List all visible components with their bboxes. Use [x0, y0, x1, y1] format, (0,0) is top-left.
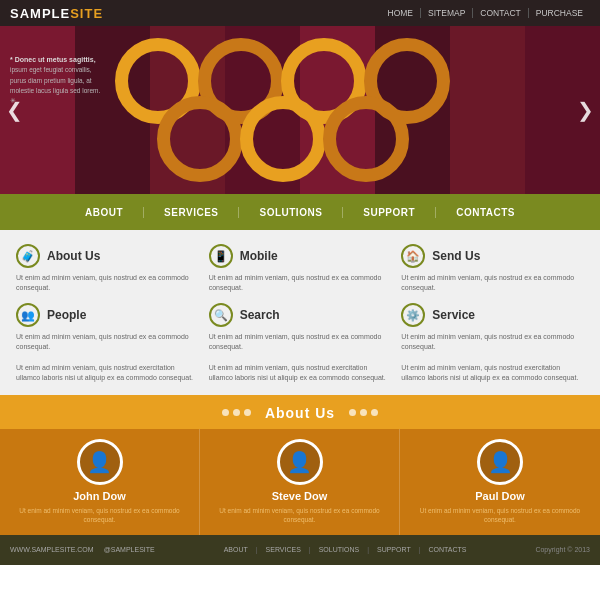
paul-name: Paul Dow — [475, 490, 525, 502]
about-dots-right — [349, 409, 378, 416]
footer-nav: ABOUT | SERVICES | SOLUTIONS | SUPPORT |… — [224, 546, 467, 553]
hero-text: * Donec ut metus sagittis, ipsum eget fe… — [10, 54, 105, 107]
feature-about-us-header: 🧳 About Us — [16, 244, 199, 268]
about-us-header-row: About Us — [0, 395, 600, 429]
john-text: Ut enim ad minim veniam, quis nostrud ex… — [8, 506, 191, 525]
feature-mobile-header: 📱 Mobile — [209, 244, 392, 268]
footer-social[interactable]: @SAMPLESITE — [104, 546, 155, 553]
about-us-section: About Us 👤 John Dow Ut enim ad minim ven… — [0, 395, 600, 535]
logo-prefix: SAMPLE — [10, 6, 70, 21]
top-nav: HOME SITEMAP CONTACT PURCHASE — [381, 8, 591, 18]
feature-people: 👥 People Ut enim ad minim veniam, quis n… — [16, 303, 199, 383]
features-section: 🧳 About Us Ut enim ad minim veniam, quis… — [0, 230, 600, 395]
footer-nav-solutions[interactable]: SOLUTIONS — [319, 546, 359, 553]
feature-send-us-header: 🏠 Send Us — [401, 244, 584, 268]
feature-search: 🔍 Search Ut enim ad minim veniam, quis n… — [209, 303, 392, 383]
people-title: People — [47, 308, 86, 322]
footer-nav-sep4: | — [419, 546, 421, 553]
top-nav-home[interactable]: HOME — [381, 8, 422, 18]
footer-nav-contacts[interactable]: CONTACTS — [429, 546, 467, 553]
circle-5 — [157, 96, 243, 182]
feature-mobile: 📱 Mobile Ut enim ad minim veniam, quis n… — [209, 244, 392, 293]
nav-item-solutions[interactable]: SOLUTIONS — [239, 207, 343, 218]
feature-search-header: 🔍 Search — [209, 303, 392, 327]
feature-service: ⚙️ Service Ut enim ad minim veniam, quis… — [401, 303, 584, 383]
footer-copyright: Copyright © 2013 — [535, 546, 590, 553]
hero-circles — [100, 34, 470, 194]
about-us-section-title: About Us — [265, 405, 335, 421]
footer-left: WWW.SAMPLESITE.COM @SAMPLESITE — [10, 546, 155, 553]
footer-nav-support[interactable]: SUPPORT — [377, 546, 411, 553]
circle-7 — [323, 96, 409, 182]
dot-3 — [244, 409, 251, 416]
circle-6 — [240, 96, 326, 182]
people-text: Ut enim ad minim veniam, quis nostrud ex… — [16, 332, 199, 383]
send-us-icon: 🏠 — [401, 244, 425, 268]
footer: WWW.SAMPLESITE.COM @SAMPLESITE ABOUT | S… — [0, 535, 600, 565]
nav-item-support[interactable]: SUPPORT — [343, 207, 436, 218]
mobile-text: Ut enim ad minim veniam, quis nostrud ex… — [209, 273, 392, 293]
team-member-steve: 👤 Steve Dow Ut enim ad minim veniam, qui… — [200, 429, 400, 535]
dot-4 — [349, 409, 356, 416]
about-us-text: Ut enim ad minim veniam, quis nostrud ex… — [16, 273, 199, 293]
steve-avatar: 👤 — [277, 439, 323, 485]
feature-send-us: 🏠 Send Us Ut enim ad minim veniam, quis … — [401, 244, 584, 293]
top-nav-sitemap[interactable]: SITEMAP — [421, 8, 473, 18]
send-us-text: Ut enim ad minim veniam, quis nostrud ex… — [401, 273, 584, 293]
send-us-title: Send Us — [432, 249, 480, 263]
about-us-title: About Us — [47, 249, 100, 263]
footer-nav-services[interactable]: SERVICES — [266, 546, 301, 553]
footer-nav-sep3: | — [367, 546, 369, 553]
nav-item-services[interactable]: SERVICES — [144, 207, 239, 218]
john-avatar: 👤 — [77, 439, 123, 485]
team-member-john: 👤 John Dow Ut enim ad minim veniam, quis… — [0, 429, 200, 535]
main-nav: ABOUT SERVICES SOLUTIONS SUPPORT CONTACT… — [0, 194, 600, 230]
paul-avatar: 👤 — [477, 439, 523, 485]
service-title: Service — [432, 308, 475, 322]
mobile-icon: 📱 — [209, 244, 233, 268]
feature-service-header: ⚙️ Service — [401, 303, 584, 327]
arrow-left[interactable]: ❮ — [6, 98, 23, 122]
feature-about-us: 🧳 About Us Ut enim ad minim veniam, quis… — [16, 244, 199, 293]
paul-text: Ut enim ad minim veniam, quis nostrud ex… — [408, 506, 592, 525]
top-nav-contact[interactable]: CONTACT — [473, 8, 528, 18]
footer-nav-about[interactable]: ABOUT — [224, 546, 248, 553]
search-text: Ut enim ad minim veniam, quis nostrud ex… — [209, 332, 392, 383]
footer-nav-sep2: | — [309, 546, 311, 553]
hero-tagline-text: ipsum eget feugiat convallis, purus diam… — [10, 65, 105, 107]
service-icon: ⚙️ — [401, 303, 425, 327]
steve-text: Ut enim ad minim veniam, quis nostrud ex… — [208, 506, 391, 525]
search-title: Search — [240, 308, 280, 322]
arrow-right[interactable]: ❯ — [577, 98, 594, 122]
search-icon: 🔍 — [209, 303, 233, 327]
dot-2 — [233, 409, 240, 416]
people-icon: 👥 — [16, 303, 40, 327]
hero-tagline-bold: * Donec ut metus sagittis, — [10, 54, 105, 65]
about-dots-left — [222, 409, 251, 416]
dot-5 — [360, 409, 367, 416]
about-us-icon: 🧳 — [16, 244, 40, 268]
footer-nav-sep1: | — [256, 546, 258, 553]
dot-6 — [371, 409, 378, 416]
logo-suffix: SITE — [70, 6, 103, 21]
mobile-title: Mobile — [240, 249, 278, 263]
footer-site-url[interactable]: WWW.SAMPLESITE.COM — [10, 546, 94, 553]
service-text: Ut enim ad minim veniam, quis nostrud ex… — [401, 332, 584, 383]
top-nav-purchase[interactable]: PURCHASE — [529, 8, 590, 18]
team-member-paul: 👤 Paul Dow Ut enim ad minim veniam, quis… — [400, 429, 600, 535]
header: SAMPLESITE HOME SITEMAP CONTACT PURCHASE — [0, 0, 600, 26]
nav-item-contacts[interactable]: CONTACTS — [436, 207, 535, 218]
hero-section: * Donec ut metus sagittis, ipsum eget fe… — [0, 26, 600, 194]
feature-people-header: 👥 People — [16, 303, 199, 327]
john-name: John Dow — [73, 490, 126, 502]
team-grid: 👤 John Dow Ut enim ad minim veniam, quis… — [0, 429, 600, 535]
dot-1 — [222, 409, 229, 416]
logo: SAMPLESITE — [10, 6, 103, 21]
features-grid: 🧳 About Us Ut enim ad minim veniam, quis… — [16, 244, 584, 383]
nav-item-about[interactable]: ABOUT — [65, 207, 144, 218]
steve-name: Steve Dow — [272, 490, 328, 502]
